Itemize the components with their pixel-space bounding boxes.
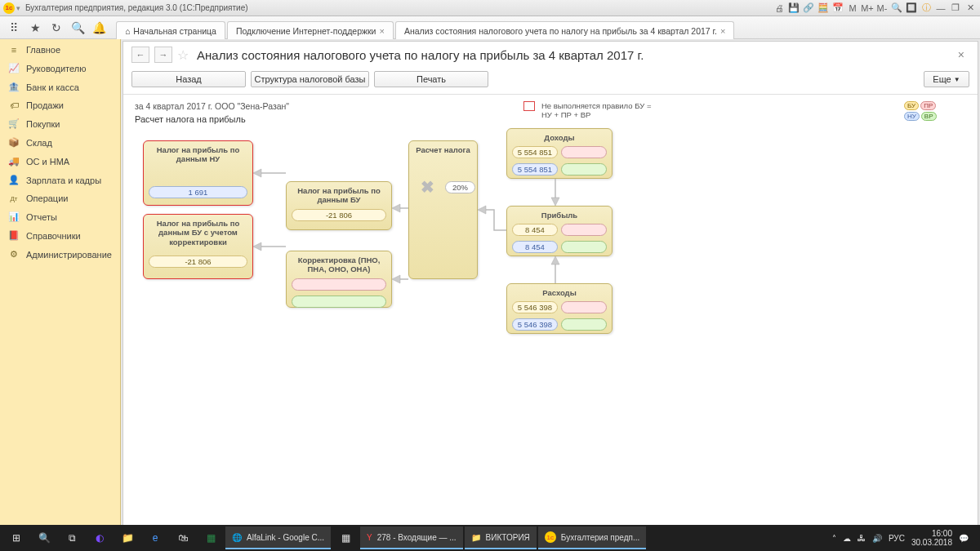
favorite-toggle[interactable]: ☆ <box>177 47 189 63</box>
window-icon[interactable]: 🔲 <box>905 2 918 15</box>
print-icon[interactable]: 🖨 <box>773 2 786 15</box>
legend-tags: БУ ПР НУ ВР <box>904 101 953 121</box>
block-tax-bu[interactable]: Налог на прибыль по данным БУ -21 806 <box>286 181 392 230</box>
taskbar-folder[interactable]: 📁ВИКТОРИЯ <box>465 527 537 549</box>
info-icon[interactable]: ⓘ <box>920 2 933 15</box>
tab-home[interactable]: ⌂ Начальная страница <box>116 21 225 39</box>
favorite-icon[interactable]: ★ <box>24 18 46 38</box>
tray-lang[interactable]: РУС <box>889 534 905 543</box>
close-icon[interactable]: × <box>379 26 384 36</box>
clock-date: 30.03.2018 <box>911 538 952 547</box>
sidebar-item-salary[interactable]: 👤Зарплата и кадры <box>0 171 120 189</box>
more-button[interactable]: Еще▼ <box>924 71 969 87</box>
sidebar-item-manager[interactable]: 📈Руководителю <box>0 59 120 78</box>
history-icon[interactable]: ↻ <box>46 18 67 38</box>
apps-icon[interactable]: ⠿ <box>3 18 24 38</box>
sidebar-item-operations[interactable]: ДтОперации <box>0 189 120 207</box>
sidebar-item-refs[interactable]: 📕Справочники <box>0 226 120 245</box>
excel-icon[interactable]: ▦ <box>198 527 224 549</box>
block-tax-nu[interactable]: Налог на прибыль по данным НУ 1 691 <box>143 140 253 206</box>
sidebar-label: Покупки <box>26 119 60 129</box>
book-icon: 📕 <box>8 230 20 241</box>
app-logo-icon: 1c <box>3 2 15 14</box>
value-pill: -21 806 <box>149 256 247 268</box>
multiply-icon: ✖ <box>421 177 434 197</box>
tab-support[interactable]: Подключение Интернет-поддержки × <box>227 21 394 39</box>
store-icon[interactable]: 🛍 <box>170 527 196 549</box>
m-minus-icon[interactable]: M- <box>875 2 889 15</box>
m-plus-icon[interactable]: M+ <box>861 2 874 15</box>
sidebar-item-sales[interactable]: 🏷Продажи <box>0 96 120 114</box>
maximize-icon[interactable]: ❐ <box>949 2 962 15</box>
tab-analysis[interactable]: Анализ состояния налогового учета по нал… <box>395 21 735 39</box>
sidebar-item-warehouse[interactable]: 📦Склад <box>0 133 120 152</box>
minimize-icon[interactable]: — <box>934 2 947 15</box>
task-view-button[interactable]: ⧉ <box>59 527 85 549</box>
notifications-icon[interactable]: 🔔 <box>88 18 109 38</box>
tag-bu: БУ <box>904 101 919 110</box>
more-label: Еще <box>933 74 951 84</box>
tax-diagram: Налог на прибыль по данным НУ 1 691 Нало… <box>135 140 966 385</box>
taskbar-yandex[interactable]: Y278 - Входящие — ... <box>360 527 463 549</box>
search-icon[interactable]: 🔍 <box>890 2 903 15</box>
tab-label: Подключение Интернет-поддержки <box>236 26 376 36</box>
tray-clock[interactable]: 16:00 30.03.2018 <box>911 529 952 547</box>
search-button[interactable]: 🔍 <box>31 527 57 549</box>
edge-icon[interactable]: e <box>142 527 168 549</box>
tray-cloud-icon[interactable]: ☁ <box>843 534 851 543</box>
svg-marker-3 <box>392 275 400 283</box>
block-tax-bu-corr[interactable]: Налог на прибыль по данным БУ с учетом к… <box>143 214 253 279</box>
search-icon[interactable]: 🔍 <box>67 18 88 38</box>
close-icon[interactable]: × <box>720 26 725 36</box>
sidebar-item-main[interactable]: ≡Главное <box>0 41 120 59</box>
dropdown-icon[interactable]: ▾ <box>16 4 20 12</box>
close-page-button[interactable]: × <box>953 48 969 61</box>
app-icon[interactable]: ▦ <box>332 527 359 549</box>
block-title: Доходы <box>507 129 612 144</box>
nav-back-button[interactable]: ← <box>131 47 149 63</box>
taskbar-label: Бухгалтерия предп... <box>561 533 639 542</box>
value-pill <box>561 301 607 313</box>
structure-button[interactable]: Структура налоговой базы <box>251 71 369 87</box>
tray-network-icon[interactable]: 🖧 <box>858 534 866 543</box>
sidebar-label: ОС и НМА <box>26 157 69 167</box>
taskbar-chrome[interactable]: 🌐AlfaLink - Google C... <box>225 527 331 549</box>
sidebar-label: Зарплата и кадры <box>26 176 101 185</box>
cart-icon: 🛒 <box>8 118 20 129</box>
explorer-icon[interactable]: 📁 <box>114 527 140 549</box>
chevron-down-icon: ▼ <box>954 76 960 83</box>
sidebar-item-assets[interactable]: 🚚ОС и НМА <box>0 152 120 171</box>
block-title: Налог на прибыль по данным НУ <box>144 141 252 166</box>
block-profit[interactable]: Прибыль 8 454 8 454 <box>506 206 612 256</box>
tray-notifications-icon[interactable]: 💬 <box>959 534 969 543</box>
window-title: Бухгалтерия предприятия, редакция 3.0 (1… <box>25 3 773 12</box>
taskbar-1c[interactable]: 1cБухгалтерия предп... <box>538 527 646 549</box>
sidebar-item-purchases[interactable]: 🛒Покупки <box>0 114 120 133</box>
m-icon[interactable]: M <box>846 2 859 15</box>
tab-label: Анализ состояния налогового учета по нал… <box>404 26 717 36</box>
value-pill: 8 454 <box>512 224 558 236</box>
tray-volume-icon[interactable]: 🔊 <box>872 534 882 543</box>
link-icon[interactable]: 🔗 <box>802 2 815 15</box>
block-calc[interactable]: Расчет налога <box>408 140 478 279</box>
sidebar-item-bank[interactable]: 🏦Банк и касса <box>0 78 120 96</box>
sidebar-item-reports[interactable]: 📊Отчеты <box>0 207 120 226</box>
svg-marker-2 <box>392 204 400 212</box>
nav-forward-button[interactable]: → <box>154 47 172 63</box>
calendar-icon[interactable]: 📅 <box>831 2 844 15</box>
sidebar-item-admin[interactable]: ⚙Администрирование <box>0 245 120 264</box>
close-icon[interactable]: ✕ <box>964 2 977 15</box>
block-expense[interactable]: Расходы 5 546 398 5 546 398 <box>506 283 612 334</box>
chart-icon: 📈 <box>8 63 20 73</box>
block-income[interactable]: Доходы 5 554 851 5 554 851 <box>506 128 612 179</box>
start-button[interactable]: ⊞ <box>3 527 29 549</box>
save-icon[interactable]: 💾 <box>787 2 800 15</box>
browser1-icon[interactable]: ◐ <box>87 527 113 549</box>
block-correction[interactable]: Корректировка (ПНО, ПНА, ОНО, ОНА) <box>286 251 392 308</box>
gear-icon: ⚙ <box>8 249 20 260</box>
tray-up-icon[interactable]: ˄ <box>832 534 836 543</box>
back-button[interactable]: Назад <box>131 71 246 87</box>
calc-icon[interactable]: 🧮 <box>817 2 830 15</box>
print-button[interactable]: Печать <box>374 71 488 87</box>
block-title: Расходы <box>507 284 612 299</box>
